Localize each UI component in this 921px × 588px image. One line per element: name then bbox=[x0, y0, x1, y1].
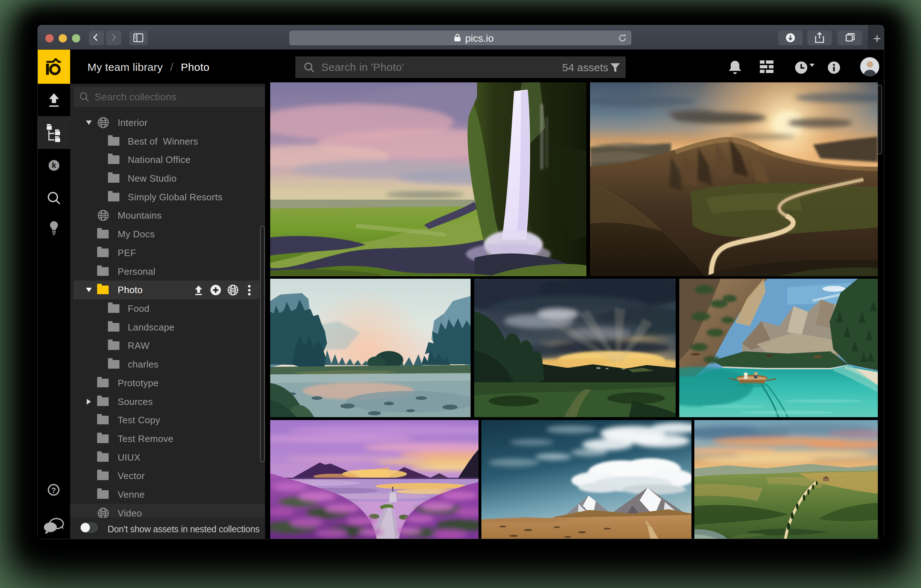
svg-text:?: ? bbox=[51, 486, 56, 495]
